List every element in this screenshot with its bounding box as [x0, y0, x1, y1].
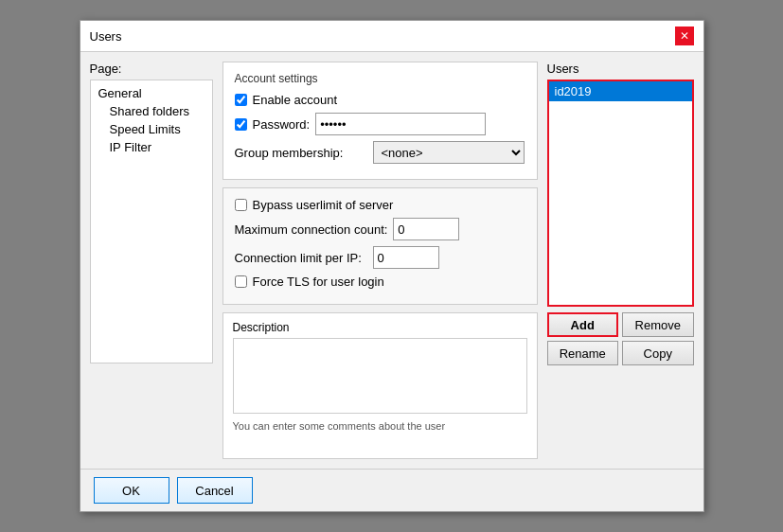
max-connection-input[interactable]: [393, 218, 459, 240]
force-tls-checkbox[interactable]: [235, 275, 247, 288]
users-dialog: Users ✕ Page: General Shared folders Spe…: [80, 20, 704, 512]
users-label: Users: [547, 62, 694, 76]
connection-limit-label: Connection limit per IP:: [235, 251, 367, 265]
copy-button[interactable]: Copy: [622, 341, 694, 365]
password-input[interactable]: [315, 113, 486, 135]
bypass-userlimit-label: Bypass userlimit of server: [253, 198, 394, 212]
nav-item-shared-folders[interactable]: Shared folders: [95, 102, 208, 120]
enable-account-checkbox[interactable]: [235, 94, 247, 106]
close-button[interactable]: ✕: [675, 27, 694, 45]
max-connection-row: Maximum connection count:: [235, 218, 525, 240]
password-checkbox[interactable]: [235, 118, 247, 131]
cancel-button[interactable]: Cancel: [177, 477, 253, 504]
page-label: Page:: [90, 62, 213, 76]
dialog-body: Page: General Shared folders Speed Limit…: [80, 52, 703, 469]
connection-limit-row: Connection limit per IP:: [235, 246, 525, 269]
account-settings-section: Account settings Enable account Password…: [222, 62, 538, 180]
nav-item-ip-filter[interactable]: IP Filter: [95, 138, 208, 156]
description-hint: You can enter some comments about the us…: [233, 420, 527, 432]
enable-account-label: Enable account: [253, 93, 338, 107]
bypass-userlimit-row: Bypass userlimit of server: [235, 198, 525, 212]
user-buttons: Add Remove Rename Copy: [547, 312, 694, 365]
dialog-footer: OK Cancel: [80, 469, 703, 511]
nav-item-general[interactable]: General: [95, 84, 208, 102]
users-list-item[interactable]: id2019: [549, 81, 692, 101]
remove-button[interactable]: Remove: [622, 312, 694, 337]
rename-button[interactable]: Rename: [547, 341, 619, 365]
max-connection-label: Maximum connection count:: [235, 222, 388, 237]
left-panel: Page: General Shared folders Speed Limit…: [90, 62, 213, 459]
password-row: Password:: [235, 113, 525, 135]
ok-button[interactable]: OK: [94, 477, 169, 504]
bypass-userlimit-checkbox[interactable]: [235, 199, 247, 211]
add-button[interactable]: Add: [547, 312, 619, 337]
center-panel: Account settings Enable account Password…: [222, 62, 538, 459]
force-tls-label: Force TLS for user login: [253, 275, 384, 289]
description-textarea[interactable]: [233, 338, 527, 414]
title-bar: Users ✕: [80, 21, 703, 52]
nav-item-speed-limits[interactable]: Speed Limits: [95, 120, 208, 138]
group-membership-select[interactable]: <none>: [373, 141, 525, 164]
password-label: Password:: [253, 117, 311, 132]
description-section: Description You can enter some comments …: [222, 312, 538, 459]
account-settings-label: Account settings: [235, 72, 525, 85]
right-panel: Users id2019 Add Remove Rename Copy: [547, 62, 694, 459]
connection-limit-input[interactable]: [373, 246, 439, 269]
group-membership-row: Group membership: <none>: [235, 141, 525, 164]
nav-tree: General Shared folders Speed Limits IP F…: [90, 80, 213, 364]
users-list[interactable]: id2019: [547, 80, 694, 307]
description-label: Description: [233, 321, 527, 334]
group-membership-label: Group membership:: [235, 146, 367, 160]
options-section: Bypass userlimit of server Maximum conne…: [222, 187, 538, 305]
force-tls-row: Force TLS for user login: [235, 275, 525, 289]
dialog-title: Users: [90, 29, 122, 44]
enable-account-row: Enable account: [235, 93, 525, 107]
